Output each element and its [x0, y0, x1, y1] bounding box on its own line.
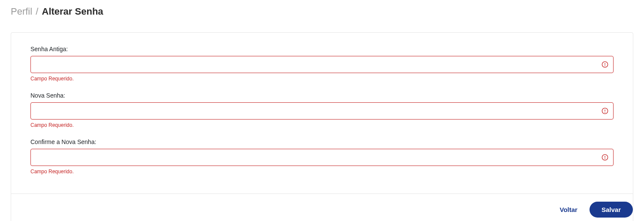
- new-password-group: Nova Senha: Campo Requerido.: [30, 92, 614, 128]
- error-icon: [602, 107, 608, 114]
- old-password-group: Senha Antiga: Campo Requerido.: [30, 46, 614, 82]
- error-icon: [602, 154, 608, 161]
- svg-point-2: [605, 66, 605, 66]
- svg-point-8: [605, 159, 605, 159]
- breadcrumb: Perfil / Alterar Senha: [11, 6, 633, 17]
- new-password-label: Nova Senha:: [30, 92, 614, 99]
- confirm-password-label: Confirme a Nova Senha:: [30, 138, 614, 145]
- confirm-password-error: Campo Requerido.: [30, 169, 614, 175]
- old-password-error: Campo Requerido.: [30, 76, 614, 82]
- confirm-password-input[interactable]: [30, 149, 614, 166]
- svg-point-5: [605, 112, 605, 113]
- confirm-password-group: Confirme a Nova Senha: Campo Requerido.: [30, 138, 614, 175]
- password-form-card: Senha Antiga: Campo Requerido. Nova Senh…: [11, 32, 633, 221]
- form-actions: Voltar Salvar: [11, 193, 633, 221]
- back-button[interactable]: Voltar: [560, 206, 577, 213]
- page-title: Alterar Senha: [42, 6, 103, 17]
- new-password-input[interactable]: [30, 102, 614, 120]
- old-password-input[interactable]: [30, 56, 614, 73]
- save-button[interactable]: Salvar: [590, 202, 633, 218]
- breadcrumb-separator: /: [36, 6, 38, 17]
- new-password-error: Campo Requerido.: [30, 122, 614, 128]
- error-icon: [602, 61, 608, 68]
- old-password-label: Senha Antiga:: [30, 46, 614, 52]
- breadcrumb-parent[interactable]: Perfil: [11, 6, 32, 17]
